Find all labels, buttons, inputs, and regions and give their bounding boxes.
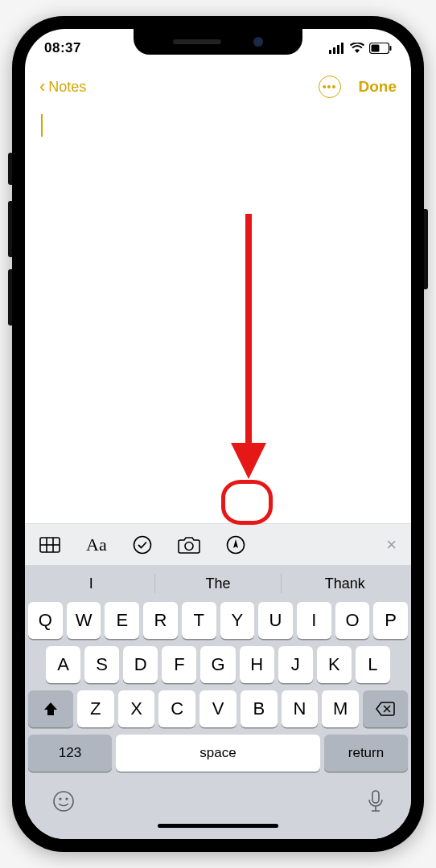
cellular-icon [329, 43, 345, 54]
chevron-left-icon: ‹ [39, 76, 45, 97]
pen-circle-icon [226, 535, 245, 555]
key-b[interactable]: B [241, 690, 278, 727]
svg-point-11 [134, 536, 150, 553]
battery-icon [369, 43, 392, 54]
svg-rect-21 [372, 791, 379, 803]
emoji-icon [52, 790, 75, 813]
screen: 08:37 ‹ Notes ••• Done [25, 29, 411, 839]
suggestion-3[interactable]: Thank [282, 575, 408, 592]
key-h[interactable]: H [240, 646, 274, 683]
key-e[interactable]: E [105, 602, 139, 639]
svg-rect-2 [337, 45, 339, 54]
earpiece [173, 39, 221, 44]
keyboard-bottom-row [28, 779, 408, 821]
microphone-icon [368, 790, 384, 813]
key-shift[interactable] [28, 690, 73, 727]
close-toolbar-button[interactable]: × [386, 534, 397, 555]
suggestion-bar: I The Thank [28, 565, 408, 602]
key-g[interactable]: G [200, 646, 235, 683]
power-button [424, 209, 428, 289]
svg-rect-0 [329, 50, 331, 54]
status-icons [329, 43, 392, 54]
back-label: Notes [48, 79, 86, 96]
more-button[interactable]: ••• [319, 76, 341, 98]
key-backspace[interactable] [363, 690, 408, 727]
text-cursor [41, 114, 43, 137]
camera-button[interactable] [178, 536, 200, 554]
text-style-button[interactable]: Aa [86, 534, 107, 555]
key-v[interactable]: V [199, 690, 237, 727]
key-x[interactable]: X [118, 690, 155, 727]
key-t[interactable]: T [182, 602, 216, 639]
clock: 08:37 [44, 40, 81, 56]
markup-button[interactable] [226, 535, 245, 555]
emoji-button[interactable] [52, 790, 75, 813]
key-j[interactable]: J [278, 646, 313, 683]
key-n[interactable]: N [282, 690, 319, 727]
back-button[interactable]: ‹ Notes [39, 76, 86, 97]
svg-point-19 [59, 797, 61, 800]
checkmark-circle-icon [133, 535, 152, 555]
key-f[interactable]: F [162, 646, 196, 683]
key-row-2: A S D F G H J K L [28, 646, 408, 683]
camera-icon [178, 536, 200, 554]
suggestion-2[interactable]: The [155, 575, 282, 592]
key-numbers[interactable]: 123 [28, 735, 112, 772]
key-m[interactable]: M [322, 690, 359, 727]
key-i[interactable]: I [297, 602, 331, 639]
key-u[interactable]: U [258, 602, 293, 639]
key-k[interactable]: K [317, 646, 352, 683]
key-q[interactable]: Q [28, 602, 63, 639]
key-d[interactable]: D [123, 646, 158, 683]
checklist-button[interactable] [133, 535, 152, 555]
silence-switch [8, 153, 12, 185]
front-camera [253, 37, 263, 47]
key-p[interactable]: P [373, 602, 408, 639]
done-button[interactable]: Done [359, 78, 397, 96]
suggestion-1[interactable]: I [28, 575, 154, 592]
key-row-3: Z X C V B N M [28, 690, 408, 727]
key-c[interactable]: C [158, 690, 195, 727]
note-body[interactable] [25, 106, 411, 523]
key-y[interactable]: Y [220, 602, 255, 639]
key-w[interactable]: W [67, 602, 101, 639]
dictation-button[interactable] [368, 790, 384, 813]
svg-rect-3 [341, 43, 343, 54]
volume-down-button [8, 269, 12, 326]
nav-bar: ‹ Notes ••• Done [25, 68, 411, 106]
shift-icon [43, 701, 59, 717]
key-row-1: Q W E R T Y U I O P [28, 602, 408, 639]
svg-rect-1 [333, 47, 335, 54]
svg-point-12 [185, 542, 193, 550]
key-z[interactable]: Z [77, 690, 114, 727]
wifi-icon [350, 43, 364, 54]
keyboard: I The Thank Q W E R T Y U I O P A S [25, 565, 411, 839]
key-r[interactable]: R [143, 602, 178, 639]
volume-up-button [8, 201, 12, 257]
key-l[interactable]: L [356, 646, 390, 683]
svg-point-18 [54, 792, 73, 811]
key-space[interactable]: space [116, 735, 320, 772]
key-s[interactable]: S [84, 646, 119, 683]
phone-frame: 08:37 ‹ Notes ••• Done [12, 16, 424, 852]
key-row-4: 123 space return [28, 735, 408, 772]
svg-rect-6 [390, 46, 392, 51]
format-toolbar: Aa × [25, 523, 411, 565]
backspace-icon [376, 702, 395, 716]
svg-point-20 [65, 797, 68, 800]
table-button[interactable] [39, 537, 60, 553]
table-icon [39, 537, 60, 553]
key-a[interactable]: A [46, 646, 80, 683]
home-indicator[interactable] [158, 824, 278, 828]
svg-rect-5 [372, 45, 380, 52]
key-o[interactable]: O [335, 602, 370, 639]
notch [134, 29, 302, 55]
key-return[interactable]: return [324, 735, 408, 772]
